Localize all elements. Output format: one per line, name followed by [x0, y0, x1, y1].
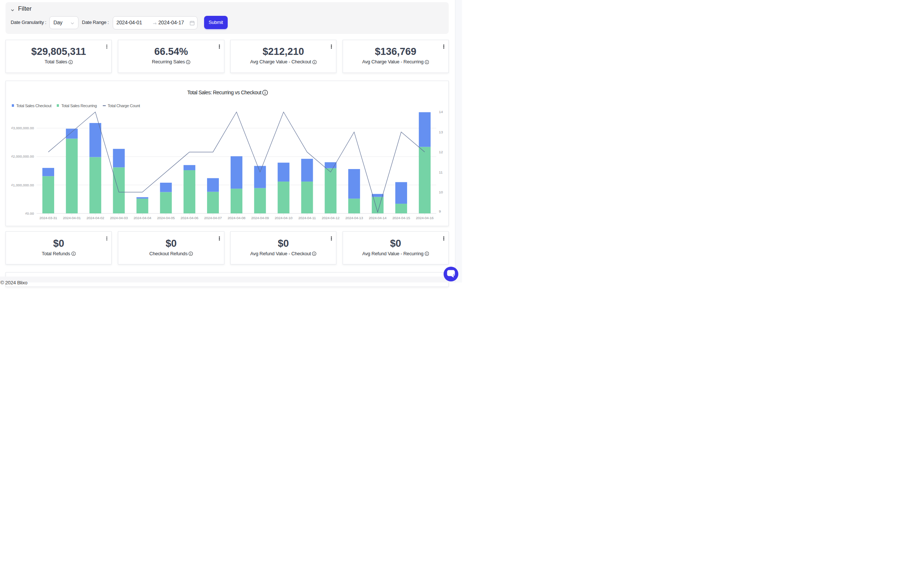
svg-text:2024-04-08: 2024-04-08 [228, 216, 246, 220]
svg-text:2024-03-31: 2024-03-31 [39, 216, 57, 220]
svg-text:2024-04-15: 2024-04-15 [392, 216, 410, 220]
svg-text:12: 12 [439, 150, 443, 154]
svg-text:2024-04-11: 2024-04-11 [298, 216, 316, 220]
svg-text:2024-04-12: 2024-04-12 [322, 216, 339, 220]
svg-text:11: 11 [439, 170, 442, 174]
svg-text:₫1,000,000.00: ₫1,000,000.00 [11, 183, 34, 187]
svg-text:2024-04-16: 2024-04-16 [416, 216, 434, 220]
svg-text:₫0.00: ₫0.00 [25, 211, 34, 216]
svg-text:2024-04-03: 2024-04-03 [110, 216, 128, 220]
svg-text:2024-04-06: 2024-04-06 [180, 216, 199, 220]
svg-text:2024-04-10: 2024-04-10 [275, 216, 293, 220]
svg-text:10: 10 [439, 190, 443, 194]
svg-text:2024-04-13: 2024-04-13 [345, 216, 363, 220]
svg-text:2024-04-02: 2024-04-02 [87, 216, 104, 220]
svg-text:2024-04-01: 2024-04-01 [63, 216, 81, 220]
svg-text:2024-04-14: 2024-04-14 [369, 216, 387, 220]
svg-text:2024-04-04: 2024-04-04 [134, 216, 152, 220]
svg-text:2024-04-07: 2024-04-07 [204, 216, 222, 220]
svg-text:2024-04-09: 2024-04-09 [251, 216, 269, 220]
svg-text:₫3,000,000.00: ₫3,000,000.00 [11, 126, 34, 130]
svg-text:2024-04-05: 2024-04-05 [157, 216, 175, 220]
svg-text:13: 13 [439, 130, 443, 134]
svg-text:14: 14 [439, 110, 443, 114]
svg-text:9: 9 [439, 209, 441, 213]
svg-text:₫2,000,000.00: ₫2,000,000.00 [11, 154, 34, 158]
